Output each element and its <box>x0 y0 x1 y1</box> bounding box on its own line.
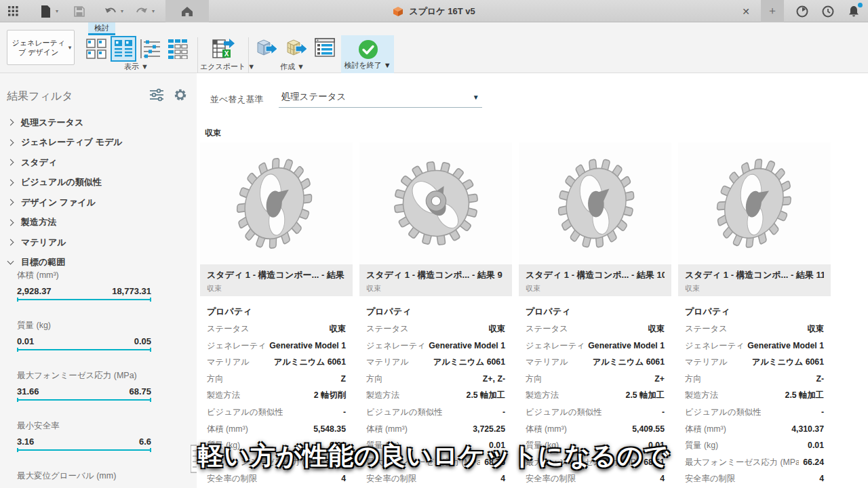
result-status: 収束 <box>366 283 505 293</box>
result-title: スタディ 1 - 構造コンポ... - 結果 10 <box>526 269 665 281</box>
new-tab-icon[interactable]: ＋ <box>761 0 784 22</box>
range-min-value: 2,928.37 <box>17 286 52 296</box>
result-card[interactable]: スタディ 1 - 構造コンポ... - 結果 11 収束 プロパティ ステータス… <box>678 142 831 488</box>
filter-item-study[interactable]: スタディ <box>0 152 197 173</box>
range-min-value: 31.66 <box>17 386 39 396</box>
redo-caret-icon[interactable]: ▾ <box>152 8 155 14</box>
file-icon[interactable] <box>38 4 53 19</box>
export-group-dropdown[interactable]: エクスポート ▼ <box>200 62 255 72</box>
filter-sliders-icon[interactable] <box>149 88 164 104</box>
workspace-caret-icon: ▾ <box>68 44 72 51</box>
recent-activity-icon[interactable] <box>821 4 835 19</box>
filter-item-material[interactable]: マテリアル <box>0 232 197 253</box>
titlebar: ▾ ▾ ▾ <box>0 0 868 22</box>
job-status-icon[interactable] <box>795 4 810 19</box>
sprocket-render <box>697 146 812 261</box>
group-header-converged: 収束 <box>205 127 221 139</box>
tab-review[interactable]: 検討 <box>88 22 115 35</box>
range-max-value: 68.75 <box>129 386 151 396</box>
app-menu-icon[interactable] <box>5 4 20 19</box>
result-card-header: スタディ 1 - 構造コンポ... - 結果 9 収束 <box>359 264 512 296</box>
result-card-header: スタディ 1 - 構造コンポー... - 結果 7 収束 <box>200 264 353 296</box>
range-slider[interactable] <box>17 299 151 300</box>
filter-settings-gear-icon[interactable] <box>174 88 187 104</box>
collapsed-panel-handle[interactable] <box>191 444 197 475</box>
result-title: スタディ 1 - 構造コンポ... - 結果 11 <box>685 269 824 281</box>
save-icon[interactable] <box>72 4 87 19</box>
result-title: スタディ 1 - 構造コンポー... - 結果 7 <box>207 269 346 281</box>
view-comparison-button[interactable] <box>139 37 162 60</box>
document-title: スプロケ 16T v5 <box>409 5 475 18</box>
notifications-bell-icon[interactable] <box>846 4 861 19</box>
result-title: スタディ 1 - 構造コンポ... - 結果 9 <box>366 269 505 281</box>
filter-item-design-file[interactable]: デザイン ファイル <box>0 192 197 213</box>
range-max-value: 6.6 <box>139 436 151 447</box>
result-status: 収束 <box>207 283 346 293</box>
export-button[interactable]: X <box>212 37 235 63</box>
chevron-right-icon <box>7 199 14 206</box>
result-thumbnail[interactable] <box>519 142 671 264</box>
export-properties-icon[interactable] <box>315 38 335 60</box>
dropdown-triangle-icon: ▼ <box>473 94 479 101</box>
chevron-right-icon <box>7 179 14 186</box>
workspace-selector[interactable]: ジェネレーティブ デザイン ▾ <box>7 30 75 65</box>
range-max-value: 0.05 <box>134 336 151 346</box>
view-thumbnails-details-button[interactable] <box>112 37 135 60</box>
filter-item-generative-model[interactable]: ジェネレーティブ モデル <box>0 133 197 153</box>
undo-icon[interactable] <box>103 4 118 19</box>
range-filter-volume: 体積 (mm³) 2,928.37 18,773.31 <box>17 270 151 300</box>
sort-by-value: 処理ステータス <box>281 91 347 103</box>
redo-icon[interactable] <box>134 4 149 19</box>
result-card[interactable]: スタディ 1 - 構造コンポ... - 結果 9 収束 プロパティ ステータス収… <box>359 142 512 488</box>
sprocket-render <box>538 146 653 261</box>
result-thumbnail[interactable] <box>359 142 512 264</box>
view-group-dropdown[interactable]: 表示 ▼ <box>124 62 149 72</box>
range-slider[interactable] <box>17 449 151 451</box>
sprocket-render <box>378 146 494 261</box>
results-area: 並べ替え基準 処理ステータス ▼ 収束 スタディ 1 - 構造コンポー... -… <box>197 73 868 488</box>
chevron-right-icon <box>7 219 14 226</box>
chevron-right-icon <box>7 239 14 246</box>
chevron-right-icon <box>7 119 14 126</box>
result-card[interactable]: スタディ 1 - 構造コンポー... - 結果 7 収束 プロパティ ステータス… <box>200 142 353 488</box>
sort-by-dropdown[interactable]: 処理ステータス ▼ <box>279 91 482 108</box>
finish-check-icon <box>358 39 378 62</box>
filter-item-manufacturing-method[interactable]: 製造方法 <box>0 213 197 233</box>
range-min-value: 3.16 <box>17 436 34 447</box>
video-subtitle-caption: 軽い方が性能の良いロケットになるので <box>198 439 669 473</box>
notification-dot <box>858 3 863 7</box>
result-status: 収束 <box>526 283 665 293</box>
range-max-value: 18,773.31 <box>112 286 151 296</box>
filter-item-processing-status[interactable]: 処理ステータス <box>0 113 197 133</box>
close-tab-icon[interactable]: ✕ <box>742 6 750 17</box>
range-filter-mass: 質量 (kg) 0.01 0.05 <box>17 320 151 350</box>
range-slider[interactable] <box>17 399 151 401</box>
view-thumbnails-button[interactable] <box>85 37 108 60</box>
result-card-header: スタディ 1 - 構造コンポ... - 結果 10 収束 <box>519 264 671 296</box>
finish-review-button[interactable]: 検討を終了 ▼ <box>341 35 394 73</box>
chevron-right-icon <box>7 159 14 166</box>
file-caret-icon[interactable]: ▾ <box>56 8 58 14</box>
create-group-dropdown[interactable]: 作成 ▼ <box>280 62 304 72</box>
result-thumbnail[interactable] <box>200 142 353 264</box>
sprocket-render <box>219 146 334 261</box>
result-thumbnail[interactable] <box>678 142 831 264</box>
view-table-button[interactable] <box>166 37 189 60</box>
range-slider[interactable] <box>17 349 151 350</box>
create-design-from-result-icon[interactable] <box>255 37 278 60</box>
range-filter-von-mises-stress: 最大フォンミーゼス応力 (MPa) 31.66 68.75 <box>17 370 151 401</box>
result-card-header: スタディ 1 - 構造コンポ... - 結果 11 収束 <box>678 264 831 296</box>
filter-panel-title: 結果フィルタ <box>7 89 140 104</box>
result-card[interactable]: スタディ 1 - 構造コンポ... - 結果 10 収束 プロパティ ステータス… <box>519 142 671 488</box>
undo-caret-icon[interactable]: ▾ <box>121 8 123 14</box>
sort-by-label: 並べ替え基準 <box>210 94 264 108</box>
chevron-right-icon <box>7 139 14 146</box>
range-filter-min-safety-factor: 最小安全率 3.16 6.6 <box>17 420 151 451</box>
finish-review-label: 検討を終了 ▼ <box>341 60 394 70</box>
home-tab[interactable] <box>165 0 209 22</box>
ribbon-toolbar: 検討 ジェネレーティブ デザイン ▾ <box>0 22 868 73</box>
filter-item-visual-similarity[interactable]: ビジュアルの類似性 <box>0 173 197 193</box>
results-filter-panel: 結果フィルタ 処理ステータス ジェネレーティブ モデル <box>0 73 197 488</box>
create-mesh-from-result-icon[interactable] <box>285 37 308 60</box>
document-cube-icon <box>393 6 403 17</box>
